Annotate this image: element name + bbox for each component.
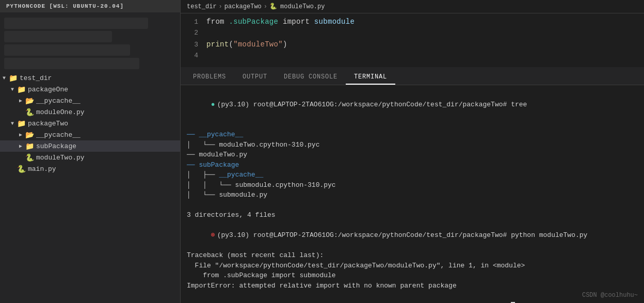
folder-icon-test-dir: 📁	[8, 74, 18, 83]
term-line-tree-3: ── moduleTwo.py	[187, 150, 638, 160]
term-line-2: ⊗(py3.10) root@LAPTOP-2TAO61OG:/workspac…	[187, 220, 638, 251]
folder-icon-package-two: 📁	[17, 119, 26, 128]
term-line-file: File "/workspace/pythonCode/test_dir/pac…	[187, 261, 638, 271]
arrow-package-one: ▼	[8, 87, 17, 92]
tree-item-test-dir[interactable]: ▼ 📁 test_dir	[0, 72, 180, 84]
term-line-blank-2	[187, 200, 638, 211]
term-dot-err: ⊗	[211, 230, 215, 241]
code-line-4: 4	[181, 52, 644, 63]
tree-item-pycache2[interactable]: ▶ 📂 __pycache__	[0, 129, 180, 140]
folder-icon-package-one: 📁	[17, 85, 26, 94]
term-line-blank	[187, 120, 638, 130]
code-line-1: 1 from .subPackage import submodule	[181, 18, 644, 29]
term-line-from: from .subPackage import submodule	[187, 270, 638, 281]
tree-item-package-one[interactable]: ▼ 📁 packageOne	[0, 84, 180, 95]
tab-debug-console[interactable]: DEBUG CONSOLE	[276, 70, 346, 85]
blurred-item-1	[4, 18, 148, 29]
tree-item-module-two[interactable]: 🐍 moduleTwo.py	[0, 152, 180, 163]
arrow-pycache1: ▶	[17, 98, 25, 104]
line-num-2: 2	[181, 29, 206, 37]
py-icon-module-one: 🐍	[25, 108, 34, 117]
term-line-tree-2: │ └── moduleTwo.cpython-310.pyc	[187, 140, 638, 150]
term-line-tree-7: │ └── submodule.py	[187, 190, 638, 200]
py-icon-main: 🐍	[17, 165, 26, 173]
arrow-sub-package: ▶	[17, 143, 25, 149]
term-line-tree-6: │ │ └── submodule.cpython-310.pyc	[187, 180, 638, 190]
tree-item-package-two[interactable]: ▼ 📁 packageTwo	[0, 118, 180, 129]
file-tree: ▼ 📁 test_dir ▼ 📁 packageOne ▶ 📂 __pycach…	[0, 12, 180, 303]
arrow-pycache2: ▶	[17, 132, 25, 138]
label-pycache1: __pycache__	[36, 97, 81, 105]
blurred-item-3	[4, 44, 130, 56]
term-line-3: ○(py3.10) root@LAPTOP-2TAO61OG:/workspac…	[187, 291, 638, 303]
code-editor: 1 from .subPackage import submodule 2 3 …	[181, 13, 644, 67]
blurred-item-2	[4, 31, 112, 42]
tree-item-module-one[interactable]: 🐍 moduleOne.py	[0, 106, 180, 118]
cache-icon-1: 📂	[25, 97, 34, 105]
tree-item-sub-package[interactable]: ▶ 📁 subPackage	[0, 140, 180, 152]
tabs-bar: PROBLEMS OUTPUT DEBUG CONSOLE TERMINAL	[181, 67, 644, 85]
line-content-3: print("moduleTwo")	[206, 40, 287, 49]
tab-terminal[interactable]: TERMINAL	[346, 70, 395, 85]
breadcrumb: test_dir › packageTwo › 🐍 moduleTwo.py	[181, 0, 644, 13]
terminal[interactable]: ●(py3.10) root@LAPTOP-2TAO61OG:/workspac…	[181, 85, 644, 303]
breadcrumb-sep-2: ›	[264, 3, 267, 10]
line-num-1: 1	[181, 18, 206, 26]
breadcrumb-part-1: test_dir	[187, 3, 217, 10]
token-subpackage: .subPackage	[229, 18, 283, 26]
sidebar-title: PYTHONCODE [WSL: UBUNTU-20.04]	[0, 0, 180, 12]
label-sub-package: subPackage	[36, 142, 76, 150]
token-string: "moduleTwo"	[233, 40, 283, 49]
py-icon-module-two: 🐍	[25, 153, 34, 162]
code-line-3: 3 print("moduleTwo")	[181, 40, 644, 52]
term-line-tree-4: ── subPackage	[187, 160, 638, 170]
label-module-two: moduleTwo.py	[36, 154, 85, 162]
term-cmd-2: python moduleTwo.py	[511, 231, 587, 239]
token-from: from	[206, 18, 229, 26]
sidebar: PYTHONCODE [WSL: UBUNTU-20.04] ▼ 📁 test_…	[0, 0, 181, 303]
line-num-3: 3	[181, 41, 206, 49]
tree-item-main[interactable]: 🐍 main.py	[0, 163, 180, 174]
code-line-2: 2	[181, 29, 644, 40]
watermark: CSDN @coolhuhu~	[582, 292, 638, 299]
token-print: print	[206, 40, 229, 49]
term-prompt-text-1: (py3.10) root@LAPTOP-2TAO61OG:/workspace…	[217, 101, 511, 108]
term-dot-ok: ●	[211, 100, 215, 110]
breadcrumb-part-2: packageTwo	[224, 3, 262, 10]
tab-problems[interactable]: PROBLEMS	[185, 70, 234, 85]
arrow-package-two: ▼	[8, 121, 17, 126]
arrow-test-dir: ▼	[0, 75, 8, 81]
line-content-1: from .subPackage import submodule	[206, 18, 355, 26]
term-line-import-error: ImportError: attempted relative import w…	[187, 281, 638, 291]
token-paren-close: )	[283, 40, 287, 49]
line-num-4: 4	[181, 52, 206, 59]
term-dot-warn: ○	[211, 301, 215, 304]
folder-icon-sub-package: 📁	[25, 142, 34, 151]
cache-icon-2: 📂	[25, 131, 34, 139]
term-prompt-text-2: (py3.10) root@LAPTOP-2TAO61OG:/workspace…	[217, 231, 511, 239]
token-submodule: submodule	[314, 18, 355, 26]
breadcrumb-part-3: moduleTwo.py	[280, 3, 325, 10]
term-line-tree-5: │ ├── __pycache__	[187, 170, 638, 180]
label-test-dir: test_dir	[20, 74, 52, 82]
label-pycache2: __pycache__	[36, 131, 81, 139]
term-line-tree-1: ── __pycache__	[187, 130, 638, 140]
term-line-dir-count: 3 directories, 4 files	[187, 210, 638, 220]
term-line-traceback: Traceback (most recent call last):	[187, 250, 638, 261]
tab-output[interactable]: OUTPUT	[234, 70, 276, 85]
term-cmd-1: tree	[511, 101, 527, 108]
tree-item-pycache1[interactable]: ▶ 📂 __pycache__	[0, 95, 180, 106]
breadcrumb-sep-1: ›	[219, 3, 222, 10]
token-paren-open: (	[229, 40, 234, 49]
editor-area: test_dir › packageTwo › 🐍 moduleTwo.py 1…	[181, 0, 644, 303]
label-package-one: packageOne	[28, 86, 68, 93]
label-module-one: moduleOne.py	[36, 108, 85, 116]
breadcrumb-py-icon: 🐍	[269, 3, 277, 10]
term-line-1: ●(py3.10) root@LAPTOP-2TAO61OG:/workspac…	[187, 89, 638, 120]
label-main: main.py	[28, 165, 56, 173]
blurred-item-4	[4, 58, 139, 69]
label-package-two: packageTwo	[28, 120, 68, 127]
token-import: import	[283, 18, 314, 26]
